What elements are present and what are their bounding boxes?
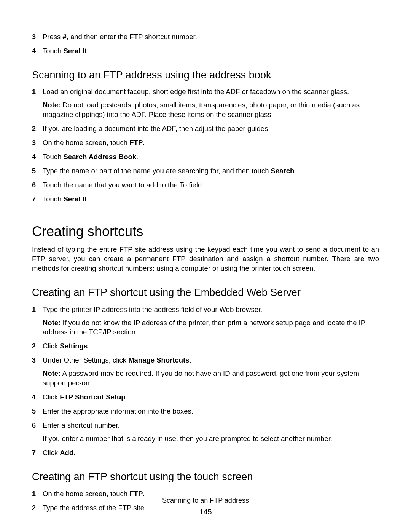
step-number: 6 bbox=[32, 181, 36, 190]
step-number: 2 bbox=[32, 342, 36, 351]
section-intro: Instead of typing the entire FTP site ad… bbox=[32, 245, 379, 273]
step-text: Type the name or part of the name you ar… bbox=[43, 166, 379, 176]
document-page: 3Press #, and then enter the FTP shortcu… bbox=[0, 0, 411, 532]
step-number: 7 bbox=[32, 448, 36, 457]
step-item: 7Click Add. bbox=[32, 448, 379, 458]
step-text: Touch Search Address Book. bbox=[43, 152, 379, 162]
step-item: 4Touch Search Address Book. bbox=[32, 152, 379, 162]
step-number: 3 bbox=[32, 138, 36, 147]
step-list-top: 3Press #, and then enter the FTP shortcu… bbox=[32, 32, 379, 56]
step-number: 3 bbox=[32, 356, 36, 365]
step-item: 4Click FTP Shortcut Setup. bbox=[32, 393, 379, 402]
step-item: 3Press #, and then enter the FTP shortcu… bbox=[32, 32, 379, 42]
step-text: Type the printer IP address into the add… bbox=[43, 305, 379, 315]
step-item: 2Click Settings. bbox=[32, 342, 379, 351]
step-text: Click Add. bbox=[43, 448, 379, 458]
step-number: 4 bbox=[32, 46, 36, 56]
step-item: 5Type the name or part of the name you a… bbox=[32, 166, 379, 176]
step-text: Touch Send It. bbox=[43, 46, 379, 56]
step-text: Load an original document faceup, short … bbox=[43, 87, 379, 97]
section-heading-creating-shortcuts: Creating shortcuts bbox=[32, 223, 379, 240]
step-note: Note: A password may be required. If you… bbox=[43, 369, 379, 388]
step-item: 4Touch Send It. bbox=[32, 46, 379, 56]
step-number: 2 bbox=[32, 124, 36, 133]
step-number: 3 bbox=[32, 32, 36, 42]
step-list-address-book: 1Load an original document faceup, short… bbox=[32, 87, 379, 204]
page-footer: Scanning to an FTP address 145 bbox=[0, 497, 411, 516]
subheading-address-book: Scanning to an FTP address using the add… bbox=[32, 69, 379, 81]
step-text: If you are loading a document into the A… bbox=[43, 124, 379, 134]
subheading-embedded-web-server: Creating an FTP shortcut using the Embed… bbox=[32, 286, 379, 299]
step-number: 4 bbox=[32, 152, 36, 161]
step-text: On the home screen, touch FTP. bbox=[43, 138, 379, 148]
step-note: Note: If you do not know the IP address … bbox=[43, 318, 379, 337]
step-number: 5 bbox=[32, 166, 36, 176]
step-text: Enter the appropriate information into t… bbox=[43, 407, 379, 416]
footer-page-number: 145 bbox=[0, 508, 411, 516]
subheading-touch-screen: Creating an FTP shortcut using the touch… bbox=[32, 471, 379, 483]
step-item: 1Load an original document faceup, short… bbox=[32, 87, 379, 120]
step-text: Click Settings. bbox=[43, 342, 379, 351]
step-item: 3On the home screen, touch FTP. bbox=[32, 138, 379, 148]
step-item: 5Enter the appropriate information into … bbox=[32, 407, 379, 416]
step-text: Click FTP Shortcut Setup. bbox=[43, 393, 379, 402]
step-text: Touch Send It. bbox=[43, 195, 379, 204]
step-note: If you enter a number that is already in… bbox=[43, 434, 379, 444]
step-text: Under Other Settings, click Manage Short… bbox=[43, 356, 379, 365]
step-text: Press #, and then enter the FTP shortcut… bbox=[43, 32, 379, 42]
step-number: 7 bbox=[32, 195, 36, 204]
step-number: 1 bbox=[32, 305, 36, 314]
step-item: 3Under Other Settings, click Manage Shor… bbox=[32, 356, 379, 388]
step-item: 6Enter a shortcut number.If you enter a … bbox=[32, 421, 379, 444]
step-item: 2If you are loading a document into the … bbox=[32, 124, 379, 134]
step-number: 6 bbox=[32, 421, 36, 430]
step-item: 1Type the printer IP address into the ad… bbox=[32, 305, 379, 337]
step-number: 5 bbox=[32, 407, 36, 416]
footer-section-title: Scanning to an FTP address bbox=[0, 497, 411, 505]
step-item: 7Touch Send It. bbox=[32, 195, 379, 204]
step-note: Note: Do not load postcards, photos, sma… bbox=[43, 101, 379, 120]
step-item: 6Touch the name that you want to add to … bbox=[32, 181, 379, 190]
step-number: 4 bbox=[32, 393, 36, 402]
step-text: Enter a shortcut number. bbox=[43, 421, 379, 430]
step-list-ews: 1Type the printer IP address into the ad… bbox=[32, 305, 379, 458]
step-text: Touch the name that you want to add to t… bbox=[43, 181, 379, 190]
step-number: 1 bbox=[32, 87, 36, 96]
